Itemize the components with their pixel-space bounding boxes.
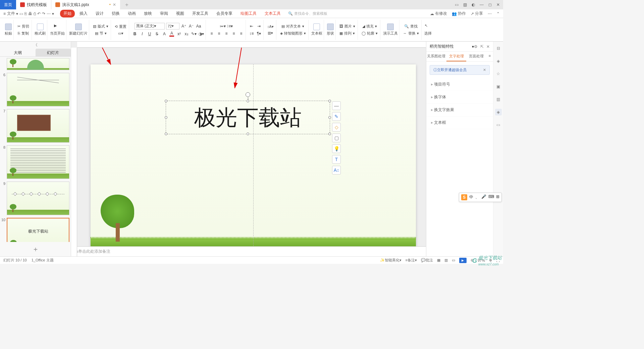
slideshow-button[interactable]: ▶ bbox=[459, 258, 467, 263]
avatar-icon[interactable]: ◐ bbox=[472, 2, 475, 7]
view-reading-icon[interactable]: ▭ bbox=[452, 258, 455, 262]
underline-icon[interactable]: U bbox=[147, 31, 153, 37]
view-sorter-icon[interactable]: ▥ bbox=[444, 258, 448, 262]
ime-panel[interactable]: S 中 、 🎤 ⌨ ⊞ bbox=[459, 193, 502, 202]
find-button[interactable]: 🔍查找 bbox=[403, 23, 419, 29]
justify-icon[interactable]: ≡ bbox=[231, 31, 237, 37]
resize-handle[interactable] bbox=[165, 100, 167, 102]
rotate-handle[interactable] bbox=[246, 92, 250, 97]
tab-review[interactable]: 审阅 bbox=[157, 10, 171, 17]
ime-lang[interactable]: 中 bbox=[469, 194, 473, 200]
tab-insert[interactable]: 插入 bbox=[76, 10, 91, 17]
font-style-icon[interactable]: A bbox=[161, 31, 167, 37]
rtab-page[interactable]: 页面处理 bbox=[466, 52, 486, 61]
highlight-icon[interactable]: ✎▾ bbox=[191, 31, 197, 37]
tab-text-tools[interactable]: 文本工具 bbox=[261, 10, 284, 17]
tab-start[interactable]: 开始 bbox=[60, 10, 75, 17]
tab-drawing-tools[interactable]: 绘图工具 bbox=[237, 10, 260, 17]
grow-font-icon[interactable]: A⁺ bbox=[181, 23, 187, 29]
resize-handle[interactable] bbox=[328, 116, 331, 119]
command-search[interactable]: 🔍 查找命令、搜索模板 bbox=[288, 11, 327, 16]
increase-indent-icon[interactable]: ⇥ bbox=[256, 23, 262, 29]
more-icon[interactable]: ⋯ bbox=[488, 11, 492, 16]
thumb-6[interactable] bbox=[7, 73, 69, 106]
qa-undo-icon[interactable]: ↶ bbox=[37, 11, 41, 16]
add-slide-button[interactable]: ＋ bbox=[0, 242, 71, 256]
side-tools-icon[interactable]: ⊟ bbox=[495, 45, 502, 52]
resize-handle[interactable] bbox=[165, 116, 167, 119]
font-size-select[interactable]: 72 ▾ bbox=[166, 23, 179, 30]
rtab-text[interactable]: 文字处理 bbox=[446, 52, 467, 61]
change-case-icon[interactable]: Aa bbox=[196, 23, 202, 29]
notes-pane[interactable]: ≡ 单击此处添加备注 bbox=[71, 246, 426, 256]
side-layers-icon[interactable]: ▥ bbox=[495, 96, 502, 103]
align-center-icon[interactable]: ≡ bbox=[216, 31, 222, 37]
side-dict-icon[interactable]: ▭ bbox=[495, 121, 502, 128]
cut-button[interactable]: ✂ 剪切 bbox=[16, 23, 30, 29]
text-direction-icon[interactable]: ↕A▾ bbox=[266, 24, 275, 29]
banner-close-icon[interactable]: ✕ bbox=[483, 68, 486, 72]
collapse-thumbs-icon[interactable]: 《 bbox=[0, 42, 71, 49]
align-right-icon[interactable]: ≡ bbox=[223, 31, 229, 37]
tab-member[interactable]: 会员专享 bbox=[213, 10, 236, 17]
thumb-10[interactable]: 极光下载站 bbox=[7, 218, 69, 242]
paste-icon[interactable] bbox=[5, 23, 12, 30]
status-comments[interactable]: 💬批注 bbox=[421, 258, 433, 263]
rpanel-close-icon[interactable]: ✕ bbox=[486, 44, 490, 49]
ime-mic-icon[interactable]: 🎤 bbox=[481, 194, 486, 200]
tab-developer[interactable]: 开发工具 bbox=[189, 10, 212, 17]
columns-icon[interactable]: ▥▾ bbox=[267, 31, 274, 36]
resize-handle[interactable] bbox=[328, 100, 331, 102]
bullets-icon[interactable]: ≔▾ bbox=[220, 23, 226, 29]
bold-icon[interactable]: B bbox=[132, 31, 138, 37]
align-text-button[interactable]: ▤对齐文本▾ bbox=[280, 23, 305, 29]
ime-kbd-icon[interactable]: ⌨ bbox=[488, 194, 494, 200]
float-pen-icon[interactable]: ✎ bbox=[332, 112, 341, 121]
qa-redo-icon[interactable]: ↷ bbox=[42, 11, 45, 16]
tab-docer[interactable]: 找稻壳模板 bbox=[16, 0, 51, 9]
thumb-5-partial[interactable] bbox=[7, 58, 69, 70]
status-beautify[interactable]: ✨智能美化▾ bbox=[380, 258, 401, 263]
qa-new-icon[interactable]: ▭ bbox=[19, 11, 23, 16]
rpanel-settings-icon[interactable]: ⚙ bbox=[474, 44, 478, 49]
thumb-7[interactable] bbox=[7, 109, 69, 143]
side-clip-icon[interactable]: ▣ bbox=[495, 83, 502, 90]
thumbnail-list[interactable]: 6 7 8 9 10极光下载站 bbox=[0, 57, 71, 242]
tab-outline[interactable]: 大纲 bbox=[0, 49, 36, 56]
select-icon[interactable]: ↖ bbox=[425, 23, 431, 30]
picture-button[interactable]: 🖼图片▾ bbox=[338, 23, 356, 29]
rtab-relation[interactable]: 关系图处理 bbox=[426, 52, 446, 61]
qa-save-icon[interactable]: ⎘ bbox=[24, 11, 27, 16]
thumb-9[interactable] bbox=[7, 182, 69, 215]
float-outline-icon[interactable]: ▢ bbox=[332, 134, 341, 142]
tab-home[interactable]: 首页 bbox=[0, 0, 16, 9]
rtab-more-icon[interactable]: ≡ bbox=[486, 52, 493, 61]
tab-design[interactable]: 设计 bbox=[92, 10, 107, 17]
tab-slideshow[interactable]: 放映 bbox=[141, 10, 155, 17]
maximize-icon[interactable]: ◻ bbox=[488, 2, 492, 7]
qa-preview-icon[interactable]: ⎙ bbox=[34, 11, 36, 16]
float-text-icon[interactable]: T bbox=[332, 155, 341, 164]
strike-icon[interactable]: S̶ bbox=[154, 31, 160, 37]
outline-button[interactable]: ◯轮廓▾ bbox=[361, 31, 379, 36]
float-fill-icon[interactable]: ◇ bbox=[332, 123, 341, 132]
superscript-icon[interactable]: x² bbox=[176, 31, 182, 37]
smart-graphic-button[interactable]: ◈转智能图形▾ bbox=[279, 31, 307, 36]
thumb-8[interactable] bbox=[7, 145, 69, 179]
tab-transition[interactable]: 切换 bbox=[108, 10, 123, 17]
win-icon[interactable]: ▭ bbox=[455, 2, 459, 7]
numbering-icon[interactable]: ⁝≡▾ bbox=[227, 23, 233, 29]
clear-format-icon[interactable]: ◑▾ bbox=[198, 31, 204, 37]
blank-button[interactable]: ▭▾ bbox=[117, 31, 124, 36]
presenter-icon[interactable] bbox=[387, 23, 394, 30]
copy-button[interactable]: ⎘ 复制 bbox=[17, 31, 30, 36]
resize-handle[interactable] bbox=[247, 133, 249, 135]
format-painter-icon[interactable] bbox=[37, 23, 44, 30]
layout-button[interactable]: ▧版式▾ bbox=[92, 23, 109, 29]
shrink-font-icon[interactable]: A⁻ bbox=[188, 23, 194, 29]
qa-dropdown-icon[interactable]: ▾ bbox=[52, 11, 54, 16]
new-slide-icon[interactable] bbox=[75, 23, 82, 30]
float-smart-icon[interactable]: A↕ bbox=[332, 166, 341, 174]
float-idea-icon[interactable]: 💡 bbox=[332, 144, 341, 153]
view-normal-icon[interactable]: ▦ bbox=[437, 258, 440, 262]
